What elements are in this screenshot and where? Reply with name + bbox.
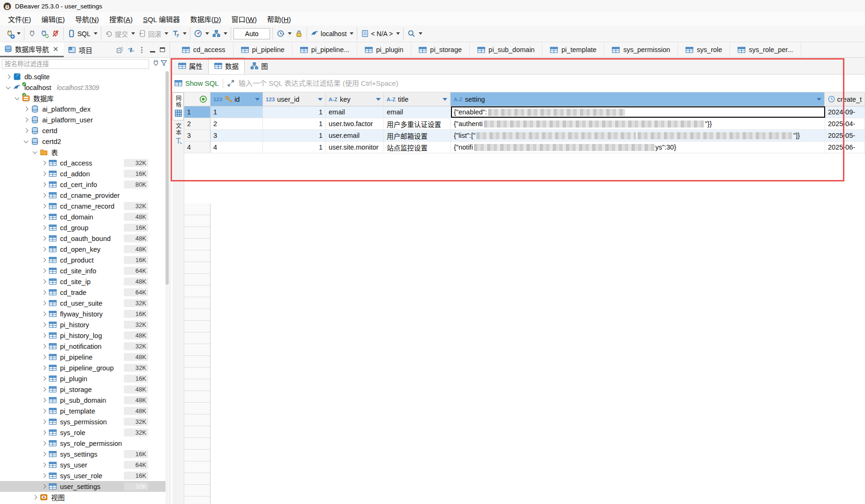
cell-setting[interactable]: {"authenti"}} <box>451 118 825 129</box>
dropdown-caret[interactable] <box>224 32 227 35</box>
plug-icon[interactable] <box>152 59 160 67</box>
tree-item-pi_pipeline_group[interactable]: pi_pipeline_group32K <box>0 362 166 373</box>
sidebar-tab-项目[interactable]: 项目 <box>64 42 97 57</box>
cell-setting[interactable]: {"notifiys":30} <box>451 142 825 153</box>
tree-expand-chevron[interactable] <box>6 75 11 79</box>
cell-id[interactable]: 2 <box>211 118 263 129</box>
tree-item-pi_sub_domain[interactable]: pi_sub_domain48K <box>0 395 166 406</box>
cell-setting[interactable]: {"list":[""]} <box>451 130 825 141</box>
tree-expand-chevron[interactable] <box>42 366 46 370</box>
tree-item-ai_platform_user[interactable]: ai_platform_user <box>0 114 166 125</box>
dropdown-caret[interactable] <box>396 32 400 35</box>
menu-item[interactable]: 窗口(W) <box>226 12 262 26</box>
column-header-user_id[interactable]: 123user_id <box>263 92 326 106</box>
editor-tab-sys_permission[interactable]: sys_permission <box>604 42 678 57</box>
tree-item-sys_permission[interactable]: sys_permission32K <box>0 416 166 427</box>
editor-tab-pi_template[interactable]: pi_template <box>542 42 604 57</box>
commit-mode-input[interactable] <box>233 28 270 39</box>
tree-expand-chevron[interactable] <box>42 398 46 403</box>
cell-id[interactable]: 4 <box>211 142 263 153</box>
plug-button[interactable] <box>27 29 38 38</box>
cell-create-time[interactable]: 2025-05- <box>825 130 865 141</box>
plug-disconnect-button[interactable] <box>50 29 61 38</box>
row-number-cell[interactable]: 1 <box>184 106 211 118</box>
db-doc-button[interactable]: < N/A > <box>360 29 394 38</box>
menu-item[interactable]: 导航(N) <box>70 12 104 26</box>
select-all-cell[interactable] <box>184 92 211 106</box>
tree-expand-chevron[interactable] <box>42 463 46 467</box>
tree-item-cd_oauth_bound[interactable]: cd_oauth_bound48K <box>0 233 166 244</box>
editor-tab-pi_plugin[interactable]: pi_plugin <box>357 42 411 57</box>
cell-title[interactable]: email <box>384 106 451 118</box>
editor-tab-pi_pipeline...[interactable]: pi_pipeline... <box>293 42 357 57</box>
column-dropdown-icon[interactable] <box>318 98 323 101</box>
sql-doc-button[interactable]: SQL <box>66 29 92 38</box>
tree-expand-chevron[interactable] <box>42 258 46 263</box>
menu-item[interactable]: 帮助(H) <box>262 12 296 26</box>
tree-item-cd_cname_provider[interactable]: cd_cname_provider <box>0 190 166 201</box>
editor-tab-pi_sub_domain[interactable]: pi_sub_domain <box>470 42 542 57</box>
cell-id[interactable]: 3 <box>211 130 263 141</box>
dropdown-caret[interactable] <box>205 32 209 35</box>
tree-item-cd_addon[interactable]: cd_addon16K <box>0 168 166 179</box>
cell-title[interactable]: 用户多重认证设置 <box>384 118 451 129</box>
tree-expand-chevron[interactable] <box>42 161 46 165</box>
sidebar-tab-数据库导航[interactable]: 数据库导航✕ <box>0 42 64 57</box>
tree-expand-chevron[interactable] <box>42 409 46 414</box>
dropdown-caret[interactable] <box>419 32 422 35</box>
tree-expand-chevron[interactable] <box>42 269 46 273</box>
tree-item-cd_user_suite[interactable]: cd_user_suite32K <box>0 298 166 308</box>
minimize-icon[interactable] <box>150 51 155 53</box>
tree-expand-chevron[interactable] <box>42 387 46 392</box>
tree-expand-chevron[interactable] <box>42 215 46 219</box>
tree-item-user_settings[interactable]: user_settings32K <box>0 481 166 492</box>
tree-item-db.sqlite[interactable]: db.sqlite <box>0 71 166 82</box>
column-dropdown-icon[interactable] <box>255 98 260 101</box>
menu-item[interactable]: SQL 编辑器 <box>138 12 185 26</box>
tab-close-icon[interactable]: ✕ <box>52 45 60 53</box>
tree-item-sys_role[interactable]: sys_role32K <box>0 427 166 438</box>
column-header-create_t[interactable]: create_t <box>825 92 865 106</box>
tree-expand-chevron[interactable] <box>42 452 46 457</box>
tree-item-cd_group[interactable]: cd_group16K <box>0 222 166 233</box>
tree-item-cd_trade[interactable]: cd_trade64K <box>0 287 166 298</box>
tree-expand-chevron[interactable] <box>24 128 29 133</box>
cell-user-id[interactable]: 1 <box>263 106 326 118</box>
tree-item-localhost[interactable]: localhostlocalhost:3309 <box>0 82 166 93</box>
tree-item-pi_pipeline[interactable]: pi_pipeline48K <box>0 352 166 362</box>
custom-filter-icon[interactable] <box>227 79 235 87</box>
dropdown-caret[interactable] <box>94 32 98 35</box>
dropdown-caret[interactable] <box>165 32 168 35</box>
view-menu-icon[interactable] <box>138 46 145 54</box>
menu-item[interactable]: 数据库(D) <box>185 12 226 26</box>
tree-item-certd2[interactable]: certd2 <box>0 136 166 147</box>
tree-expand-chevron[interactable] <box>42 376 46 381</box>
tree-expand-chevron[interactable] <box>42 193 46 198</box>
tree-item-ai_platform_dex[interactable]: ai_platform_dex <box>0 104 166 114</box>
tree-item-sys_settings[interactable]: sys_settings16K <box>0 449 166 459</box>
dropdown-caret[interactable] <box>17 32 21 35</box>
tree-item-cd_site_ip[interactable]: cd_site_ip48K <box>0 276 166 287</box>
sidebar-scrollbar-thumb[interactable] <box>165 71 169 285</box>
tree-expand-chevron[interactable] <box>42 301 46 306</box>
tree-item-cd_domain[interactable]: cd_domain48K <box>0 211 166 222</box>
tree-expand-chevron[interactable] <box>42 312 46 316</box>
commit-button[interactable]: 提交 <box>104 28 129 39</box>
editor-tab-sys_role_per...[interactable]: sys_role_per... <box>730 42 801 57</box>
cell-key[interactable]: user.email <box>326 130 384 141</box>
column-dropdown-icon[interactable] <box>376 98 381 101</box>
cell-title[interactable]: 站点监控设置 <box>384 142 451 153</box>
show-sql-button[interactable]: Show SQL <box>174 79 219 87</box>
row-number-cell[interactable]: 4 <box>184 142 211 153</box>
result-tab-属性[interactable]: 属性 <box>173 58 208 74</box>
tree-expand-chevron[interactable] <box>42 420 46 424</box>
sidebar-scrollbar[interactable] <box>165 71 169 504</box>
tree-item-pi_template[interactable]: pi_template48K <box>0 406 166 416</box>
tx-filter-button[interactable] <box>170 29 181 38</box>
cubes-button[interactable] <box>211 29 222 38</box>
tree-expand-chevron[interactable] <box>42 344 46 349</box>
mysql-button[interactable]: localhost <box>309 29 348 38</box>
tree-expand-chevron[interactable] <box>42 333 46 338</box>
history-button[interactable] <box>275 29 286 38</box>
result-tab-数据[interactable]: 数据 <box>208 58 245 74</box>
